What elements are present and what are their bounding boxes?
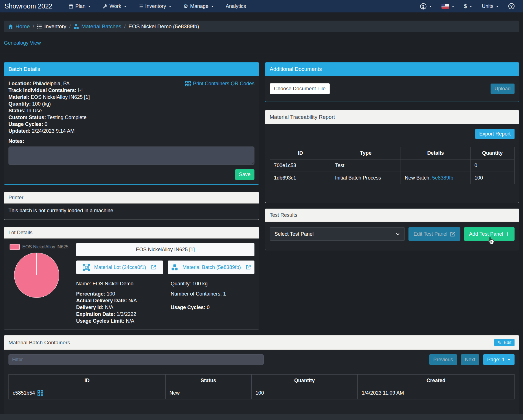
traceability-table: ID Type Details Quantity 700e1c53 Test — [270, 147, 515, 184]
print-containers-qr-link[interactable]: Print Containers QR Codes — [185, 81, 254, 87]
help-button[interactable]: ? — [508, 3, 515, 9]
nav-plan[interactable]: Plan — [64, 3, 96, 9]
breadcrumb-home-label: Home — [16, 23, 30, 30]
new-batch-link[interactable]: 5e8389fb — [432, 175, 453, 181]
add-test-panel-label: Add Test Panel — [469, 231, 503, 237]
previous-page-button[interactable]: Previous — [429, 354, 457, 365]
units-menu[interactable]: Units — [482, 3, 499, 9]
add-test-panel-button[interactable]: Add Test Panel + — [464, 227, 515, 241]
nav-work-label: Work — [109, 3, 121, 9]
lot-quantity: Quantity: 100 kg — [171, 280, 254, 287]
pencil-square-icon — [450, 231, 455, 237]
select-test-panel-dropdown[interactable]: Select Test Panel — [270, 227, 405, 241]
nav-analytics[interactable]: Analytics — [221, 3, 251, 9]
pie-legend: EOS NickelAlloy IN625 [1] — [10, 244, 73, 250]
usage-cycles-limit-label: Usage Cycles Limit: — [76, 318, 124, 324]
edit-test-panel-button[interactable]: Edit Test Panel — [408, 227, 460, 241]
breadcrumb-separator: / — [124, 23, 126, 30]
delivery-id-value: N/A — [105, 305, 113, 310]
lot-container-count: Number of Containers: 1 — [171, 290, 254, 297]
cell-quantity: 0 — [470, 159, 514, 172]
nav-inventory-label: Inventory — [145, 3, 166, 9]
home-icon — [8, 24, 13, 29]
edit-containers-label: Edit — [504, 340, 511, 345]
caret-down-icon — [496, 6, 499, 7]
container-id-value: c5851b54 — [13, 390, 35, 396]
column-header-type: Type — [331, 147, 401, 159]
export-report-button[interactable]: Export Report — [475, 129, 515, 139]
location-value: Philadelphia, PA — [33, 81, 70, 86]
lot-usage-cycles-label: Usage Cycles: — [171, 305, 205, 310]
pencil-icon: ✎ — [497, 340, 501, 345]
caret-down-icon — [452, 6, 454, 7]
chevron-down-icon — [395, 232, 400, 236]
batch-details-header: Batch Details — [4, 63, 259, 76]
breadcrumb-current: EOS Nickel Demo (5e8389fb) — [128, 23, 199, 30]
column-header-details: Details — [401, 147, 470, 159]
notes-textarea[interactable] — [8, 146, 254, 165]
print-containers-qr-label: Print Containers QR Codes — [193, 81, 254, 87]
material-value: EOS NickelAlloy IN625 [1] — [31, 94, 90, 100]
list-icon — [139, 4, 143, 9]
traceability-header: Material Traceability Report — [265, 110, 519, 124]
nav-manage-label: Manage — [190, 3, 208, 9]
dollar-icon: $ — [464, 3, 467, 9]
lot-pie-chart — [14, 253, 59, 298]
top-navbar: Showroom 2022 Plan Work Inventory ⚙ Mana… — [0, 0, 523, 12]
batch-details-panel: Batch Details Print Containers QR Codes … — [4, 62, 259, 185]
percentage-label: Percentage: — [76, 291, 105, 297]
main-menu: Plan Work Inventory ⚙ Manage Analytics — [64, 3, 251, 9]
breadcrumb-inventory[interactable]: Inventory — [37, 23, 66, 30]
traceability-panel: Material Traceability Report Export Repo… — [265, 110, 519, 203]
quantity-label: Quantity: — [8, 101, 31, 107]
nav-work[interactable]: Work — [98, 3, 131, 9]
cell-container-id: c5851b54 — [9, 387, 166, 399]
filter-input[interactable] — [8, 354, 264, 365]
delivery-id-label: Delivery Id: — [76, 305, 104, 310]
printer-panel: Printer This batch is not currently load… — [4, 192, 259, 220]
location-label: Location: — [8, 81, 31, 86]
qr-code-icon[interactable] — [38, 390, 43, 396]
currency-menu[interactable]: $ — [464, 3, 472, 9]
nav-plan-label: Plan — [75, 3, 85, 9]
quantity-value: 100 (kg) — [32, 101, 51, 107]
cell-quantity: 100 — [470, 172, 514, 184]
cell-id: 1db693c1 — [270, 172, 331, 184]
save-button[interactable]: Save — [235, 169, 254, 180]
actual-delivery-label: Actual Delivery Date: — [76, 298, 127, 303]
next-page-button[interactable]: Next — [461, 354, 479, 365]
page-selector-label: Page: 1 — [487, 357, 505, 363]
choose-document-file-button[interactable]: Choose Document File — [270, 83, 330, 94]
breadcrumb-material-batches[interactable]: Material Batches — [73, 23, 121, 30]
printer-message: This batch is not currently loaded in a … — [4, 204, 259, 218]
cell-id: 700e1c53 — [270, 159, 331, 172]
caret-down-icon — [211, 6, 214, 7]
user-menu[interactable] — [420, 3, 432, 10]
breadcrumb-home[interactable]: Home — [8, 23, 30, 30]
expiration-date-value: 1/3/2222 — [117, 311, 136, 317]
navbar-right: $ Units ? — [420, 3, 518, 10]
page-selector-button[interactable]: Page: 1 — [483, 354, 515, 365]
actual-delivery-value: N/A — [128, 298, 137, 303]
material-lot-button[interactable]: Material Lot (34cca0f1) — [76, 261, 163, 274]
details-prefix: New Batch: — [405, 175, 432, 181]
wrench-icon — [103, 4, 107, 9]
checkbox-checked-icon[interactable]: ☑ — [78, 87, 83, 93]
breadcrumb-material-batches-label: Material Batches — [81, 23, 121, 30]
genealogy-view-link[interactable]: Genealogy View — [4, 40, 41, 46]
cell-details: New Batch: 5e8389fb — [401, 172, 470, 184]
containers-header: Material Batch Containers — [8, 340, 70, 346]
material-batch-button[interactable]: Material Batch (5e8389fb) — [168, 261, 255, 274]
table-row: 700e1c53 Test 0 — [270, 159, 515, 172]
upload-button[interactable]: Upload — [491, 84, 515, 94]
nav-manage[interactable]: ⚙ Manage — [179, 3, 219, 9]
footer-strip — [0, 414, 523, 420]
nav-inventory[interactable]: Inventory — [134, 3, 176, 9]
material-label: Material: — [8, 94, 29, 100]
edit-containers-button[interactable]: ✎ Edit — [494, 339, 515, 346]
external-link-icon — [151, 264, 156, 270]
language-menu[interactable] — [441, 4, 454, 9]
lot-usage-cycles-value: 0 — [207, 305, 210, 310]
lot-details-header: Lot Details — [4, 227, 259, 239]
updated-label: Updated: — [8, 128, 30, 134]
